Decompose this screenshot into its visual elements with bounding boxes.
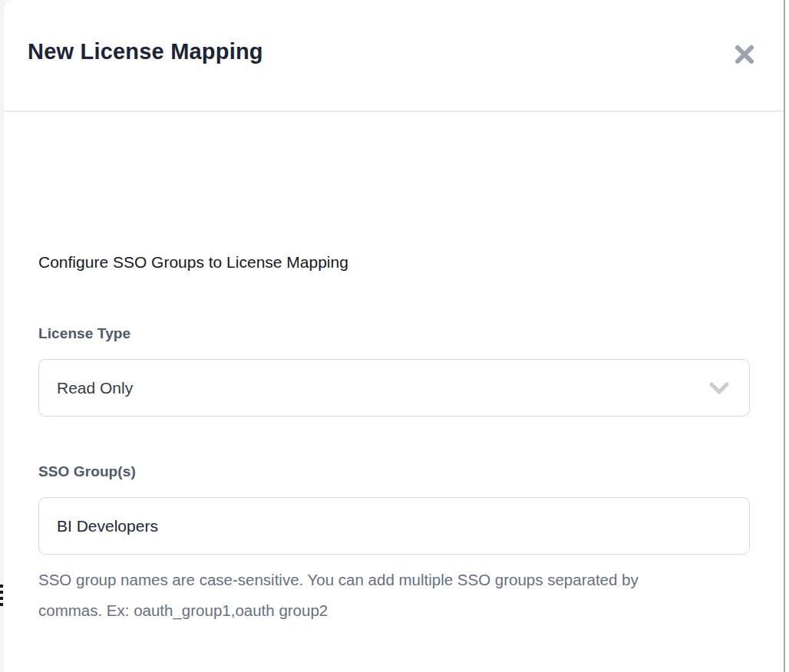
close-icon [732, 42, 757, 67]
license-type-select[interactable]: Read Only [38, 359, 750, 417]
background-page-fragment [0, 585, 3, 588]
license-type-selected-value: Read Only [57, 379, 133, 397]
background-page-fragment [0, 591, 3, 594]
sso-groups-label: SSO Group(s) [38, 463, 136, 480]
dialog-header: New License Mapping [4, 0, 784, 110]
chevron-down-icon [709, 381, 729, 395]
close-button[interactable] [730, 40, 759, 69]
sso-groups-help-text: SSO group names are case-sensitive. You … [38, 565, 687, 626]
sso-groups-input[interactable] [38, 497, 750, 555]
dialog-description: Configure SSO Groups to License Mapping [38, 253, 348, 272]
background-page-fragment [0, 597, 3, 600]
header-divider [4, 110, 784, 112]
background-page-fragment [0, 603, 3, 606]
dialog-title: New License Mapping [28, 39, 263, 64]
new-license-mapping-dialog: New License Mapping Configure SSO Groups… [4, 0, 784, 672]
license-type-label: License Type [38, 325, 130, 342]
window-edge-outside [785, 0, 789, 672]
